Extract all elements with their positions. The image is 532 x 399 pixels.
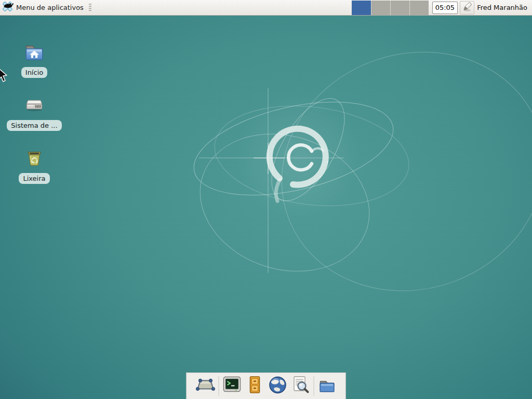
- desktop-icon-label: Início: [21, 67, 47, 78]
- panel-handle-grip[interactable]: [89, 4, 91, 12]
- dock-separator: [218, 376, 219, 396]
- desktop-icon-label: Sistema de ...: [7, 120, 61, 131]
- workspace-2[interactable]: [371, 1, 390, 15]
- workspace-3[interactable]: [390, 1, 409, 15]
- debian-swirl-wallpaper: [0, 16, 532, 399]
- desktop[interactable]: Início Sistema de ...: [0, 16, 532, 399]
- workspace-4[interactable]: [409, 1, 429, 15]
- file-manager-folder-icon: [316, 375, 337, 397]
- top-panel: Menu de aplicativos 05:05 Fred Maranhão: [0, 0, 532, 16]
- file-cabinet-icon: [244, 375, 265, 397]
- desktop-icon-label: Lixeira: [19, 173, 49, 184]
- document-search-icon: [290, 375, 311, 397]
- desktop-icon-filesystem[interactable]: Sistema de ...: [8, 94, 60, 131]
- xfce-mouse-logo-icon: [2, 1, 14, 15]
- terminal-icon: [221, 375, 242, 397]
- panel-clock[interactable]: 05:05: [432, 2, 458, 14]
- hard-drive-icon: [22, 94, 46, 117]
- terminal-button[interactable]: [220, 375, 243, 397]
- desktop-icon-home[interactable]: Início: [8, 41, 60, 78]
- web-browser-globe-icon: [267, 375, 288, 397]
- pen-eraser-icon: [461, 1, 473, 15]
- trash-bin-icon: [22, 147, 46, 170]
- workspace-1[interactable]: [352, 1, 371, 15]
- web-browser-button[interactable]: [266, 375, 289, 397]
- panel-tool-button[interactable]: [460, 1, 474, 15]
- show-desktop-button[interactable]: [194, 375, 217, 397]
- user-name-label[interactable]: Fred Maranhão: [477, 4, 527, 11]
- applications-menu-button[interactable]: Menu de aplicativos: [0, 0, 94, 15]
- show-desktop-icon: [195, 375, 216, 397]
- dock-separator: [313, 376, 314, 396]
- workspace-switcher: [352, 1, 429, 15]
- desktop-icon-trash[interactable]: Lixeira: [8, 147, 60, 184]
- home-folder-icon: [22, 41, 46, 64]
- file-cabinet-button[interactable]: [243, 375, 266, 397]
- bottom-dock: [187, 373, 346, 399]
- applications-menu-label: Menu de aplicativos: [16, 4, 84, 11]
- file-manager-button[interactable]: [315, 375, 338, 397]
- app-finder-button[interactable]: [289, 375, 312, 397]
